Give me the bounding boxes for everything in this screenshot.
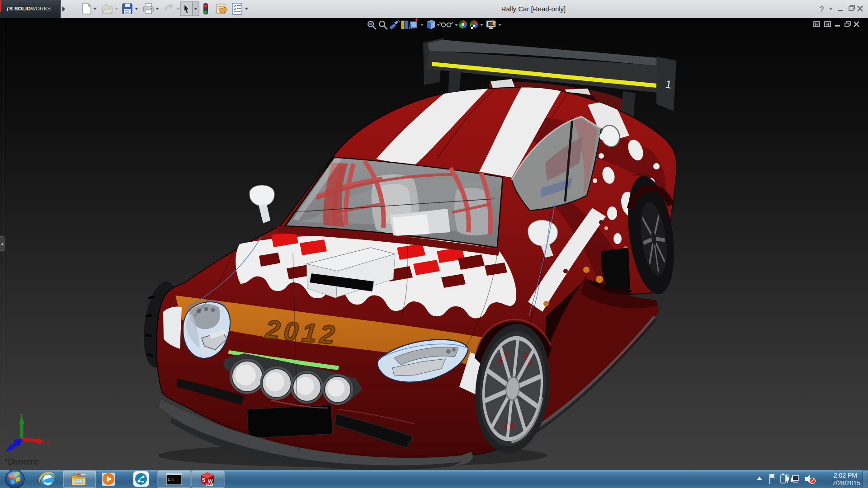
- svg-text:7/28/2015: 7/28/2015: [832, 479, 860, 487]
- svg-text:2:02 PM: 2:02 PM: [834, 472, 857, 479]
- svg-text:X: X: [46, 439, 50, 446]
- svg-text:S: S: [202, 477, 205, 483]
- svg-text:?: ?: [820, 5, 824, 14]
- svg-text:C:\_: C:\_: [168, 478, 176, 482]
- svg-text:2015: 2015: [206, 483, 213, 486]
- svg-text:Y: Y: [19, 413, 24, 419]
